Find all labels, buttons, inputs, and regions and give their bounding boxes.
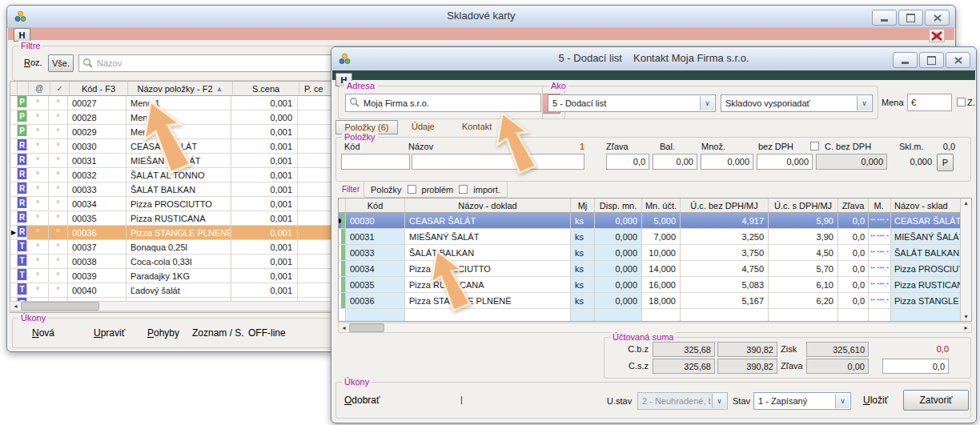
header-code[interactable]: Kód - F3	[70, 82, 128, 95]
attachment-indicator: °	[27, 226, 49, 239]
doc-item-row[interactable]: 00031 MIEŠANÝ ŠALÁT ks 0,000 7,000 3,250…	[339, 229, 962, 245]
chevron-down-icon[interactable]: ∨	[700, 96, 714, 110]
offline-button[interactable]: OFF-line	[248, 327, 286, 339]
item-billed-qty: 18,000	[642, 293, 681, 308]
item-unit: ks	[571, 277, 595, 292]
ustav-select[interactable]: 2 - Neuhradené, be: ∨	[637, 392, 728, 410]
scroll-right-icon[interactable]: ▸	[961, 323, 971, 332]
zlava-extra-input[interactable]: 0,0	[882, 359, 949, 374]
hotkey-button[interactable]: H	[14, 28, 30, 42]
upravit-button[interactable]: Upraviť	[94, 327, 125, 339]
doc-items-vscrollbar[interactable]: ▴ ▾	[960, 198, 971, 321]
header-uc-bez-dph[interactable]: Ú.c. bez DPH/MJ	[681, 198, 769, 212]
doc-item-row[interactable]: 00034 Pizza PROSCIUTTO ks 0,000 14,000 4…	[339, 261, 962, 277]
minimize-button[interactable]	[893, 52, 918, 68]
doc-item-row[interactable]: 00036 Pizza STANGLE PLNENÉ ks 0,000 18,0…	[339, 293, 962, 309]
window-title-doc: 5 - Dodací list	[559, 52, 622, 64]
item-name-doc: Pizza RUSTICANA	[405, 277, 571, 292]
header-disp-mn[interactable]: Disp. mn.	[595, 198, 642, 212]
doc-item-row[interactable]	[339, 309, 962, 322]
close-button[interactable]	[925, 10, 950, 26]
kod-input[interactable]	[341, 154, 410, 170]
item-billed-qty: 16,000	[642, 277, 681, 292]
header-m[interactable]: M.	[869, 198, 891, 212]
tab-udaje[interactable]: Údaje	[412, 122, 435, 131]
bezdph-checkbox[interactable]	[810, 142, 819, 150]
stav-select[interactable]: 1 - Zapísaný ∨	[753, 392, 851, 410]
zoznam-button[interactable]: Zoznam / S.	[192, 327, 244, 339]
scroll-thumb[interactable]	[21, 302, 99, 311]
kod-label: Kód	[344, 142, 360, 151]
header-nazov-sklad[interactable]: Názov - sklad	[891, 198, 962, 212]
item-name-doc: CEASAR ŠALÁT	[405, 213, 571, 228]
zatvorit-button[interactable]: Zatvoriť	[903, 390, 969, 411]
vse-button[interactable]: Vše.	[48, 54, 74, 72]
check-indicator: °	[49, 154, 68, 167]
item-code: 00035	[68, 211, 127, 225]
attachment-indicator: °	[27, 269, 49, 283]
header-name[interactable]: Názov položky - F2 ▲	[128, 82, 233, 95]
minimize-button[interactable]	[872, 10, 897, 26]
window-title: Skladové karty	[7, 10, 955, 22]
header-marker	[339, 198, 346, 212]
stock-mode-select[interactable]: Skladovo vysporiadať ∨	[721, 94, 873, 112]
odobrat-button[interactable]: Odobrať	[344, 395, 380, 406]
nazov-input[interactable]	[412, 154, 584, 170]
restore-button[interactable]	[919, 52, 944, 68]
doc-item-row[interactable]: 00035 Pizza RUSTICANA ks 0,000 16,000 5,…	[339, 277, 962, 293]
header-mj[interactable]: Mj	[571, 198, 595, 212]
type-badge: R	[18, 182, 27, 194]
item-unit: ks	[571, 245, 595, 260]
header-s-price[interactable]: S.cena	[233, 82, 299, 95]
header-zlava[interactable]: Zľava	[838, 198, 869, 212]
z-checkbox[interactable]	[957, 98, 966, 106]
scroll-thumb[interactable]	[349, 323, 384, 332]
doc-type-select[interactable]: 5 - Dodací list ∨	[548, 94, 716, 112]
problem-label: problém	[422, 185, 454, 194]
bezdph-input[interactable]: 0,000	[757, 154, 813, 170]
header-kod[interactable]: Kód	[346, 198, 405, 212]
mena-input[interactable]: €	[907, 94, 952, 111]
attachment-indicator: °	[27, 182, 49, 196]
scroll-left-icon[interactable]: ◂	[339, 323, 349, 332]
scroll-up-icon[interactable]: ▴	[964, 199, 967, 206]
close-button[interactable]	[946, 52, 970, 68]
zlava-input[interactable]: 0,0	[606, 154, 649, 170]
bal-input[interactable]: 0,00	[653, 154, 697, 170]
mnoz-input[interactable]: 0,000	[701, 154, 753, 170]
item-s-price: 0,001	[231, 139, 298, 153]
row-marker-cell	[10, 154, 18, 167]
p-button[interactable]: P	[937, 154, 954, 171]
row-marker-cell	[10, 269, 18, 283]
scroll-left-icon[interactable]: ◂	[10, 302, 21, 311]
chevron-down-icon[interactable]: ∨	[835, 394, 849, 408]
check-indicator: °	[49, 255, 68, 268]
doc-item-row[interactable]: 00033 ŠALÁT BALKAN ks 0,000 10,000 3,750…	[339, 245, 962, 261]
adresa-input[interactable]: Moja Firma s.r.o.	[345, 94, 541, 112]
header-attach-icon[interactable]: @	[29, 82, 50, 95]
import-checkbox[interactable]	[459, 185, 468, 194]
problem-checkbox[interactable]	[408, 185, 416, 194]
pohyby-button[interactable]: Pohyby	[147, 327, 179, 339]
header-check-icon[interactable]: ✓	[50, 82, 70, 95]
doc-item-row[interactable]: ▶ 00030 CEASAR ŠALÁT ks 0,000 5,000 4,91…	[339, 213, 962, 229]
cancel-filter-button[interactable]	[929, 29, 945, 42]
header-uc-s-dph[interactable]: Ú.c. s DPH/MJ	[769, 198, 838, 212]
header-nazov-doklad[interactable]: Názov - doklad	[405, 198, 571, 212]
item-name: Paradajky 1KG	[127, 269, 231, 283]
nova-button[interactable]: Nová	[32, 327, 54, 339]
header-name-label: Názov položky - F2	[137, 84, 212, 94]
row-marker-cell	[339, 309, 346, 322]
tab-kontakt[interactable]: Kontakt	[462, 122, 492, 131]
chevron-down-icon[interactable]: ∨	[857, 96, 871, 110]
header-mn-uct[interactable]: Mn. účt.	[642, 198, 681, 212]
ulozit-button[interactable]: Uložiť	[863, 395, 888, 406]
restore-button[interactable]	[898, 10, 923, 26]
scroll-down-icon[interactable]: ▾	[964, 313, 967, 320]
roz-button[interactable]: Roz.	[24, 58, 42, 67]
doc-items-header[interactable]: Kód Názov - doklad Mj Disp. mn. Mn. účt.…	[339, 198, 962, 213]
titlebar[interactable]: 5 - Dodací listKontakt Moja Firma s.r.o.	[331, 47, 976, 71]
item-name-stock: MIEŠANÝ ŠALÁT	[891, 229, 962, 244]
titlebar[interactable]: Skladové karty	[7, 6, 955, 28]
item-price-inc-vat: 4,50	[769, 245, 838, 260]
